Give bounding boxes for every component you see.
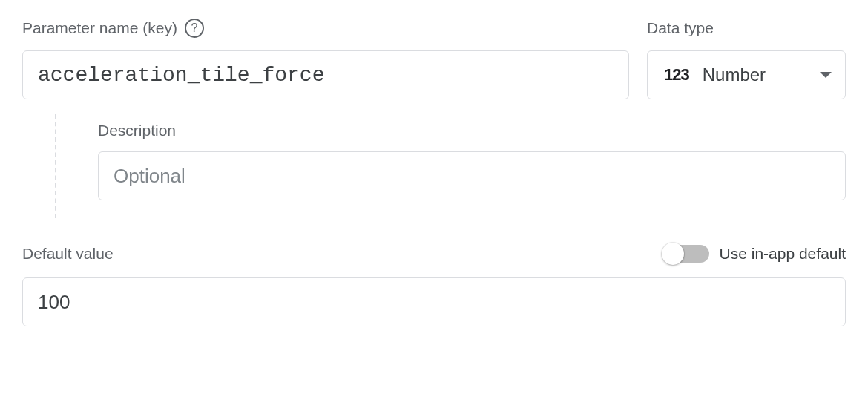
toggle-label: Use in-app default (720, 245, 846, 263)
use-in-app-default-toggle[interactable] (663, 245, 709, 263)
default-value-label: Default value (22, 245, 114, 263)
default-value-input[interactable] (22, 277, 846, 326)
help-icon[interactable]: ? (185, 19, 204, 38)
data-type-selected: Number (703, 65, 806, 85)
data-type-label: Data type (647, 19, 714, 37)
data-type-dropdown[interactable]: 123 Number (647, 50, 846, 99)
toggle-knob (662, 243, 684, 265)
chevron-down-icon (820, 72, 832, 78)
description-input[interactable] (98, 151, 846, 200)
description-label: Description (98, 122, 846, 139)
number-type-icon: 123 (664, 65, 689, 85)
indent-guide (55, 114, 56, 218)
parameter-name-label: Parameter name (key) (22, 19, 177, 37)
parameter-name-input[interactable] (22, 50, 629, 99)
